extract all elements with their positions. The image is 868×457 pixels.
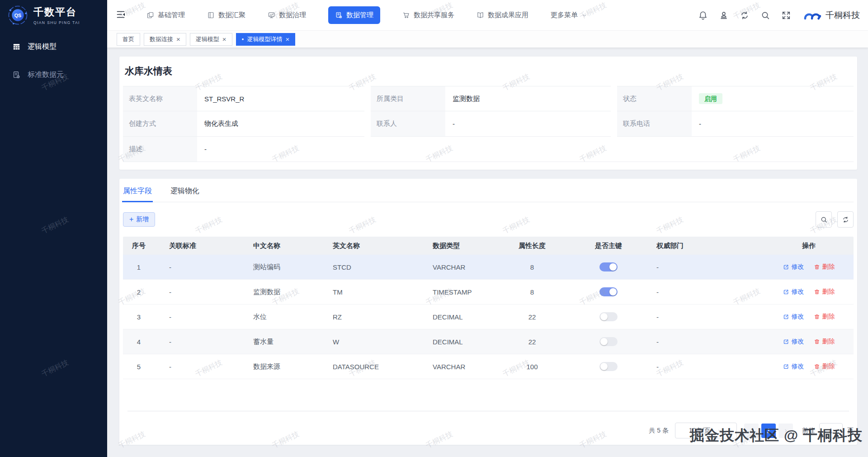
table-row[interactable]: 2-监测数据TMTIMESTAMP8-修改删除 [123,280,854,305]
nav-item-6[interactable]: 更多菜单 [551,11,588,19]
sidebar-menu: 逻辑模型标准数据元 [0,36,107,85]
delete-label: 删除 [822,338,835,346]
close-icon[interactable]: × [285,36,289,43]
table-refresh-button[interactable] [837,211,854,228]
nav-item-1[interactable]: 数据汇聚 [207,11,245,19]
goto-page-input[interactable] [819,423,843,438]
tab-label: 数据连接 [150,35,173,43]
nav-item-2[interactable]: 数据治理 [268,11,306,19]
delete-link[interactable]: 删除 [814,263,835,271]
table-search-button[interactable] [816,211,832,228]
cell-en-name: STCD [317,263,417,271]
sidebar-item-0[interactable]: 逻辑模型 [0,36,107,57]
bell-button[interactable] [698,10,708,20]
delete-label: 删除 [822,362,835,371]
refresh-button[interactable] [740,10,750,20]
brand[interactable]: QS 千数平台 QIAN SHU PING TAI [0,0,107,29]
close-icon[interactable]: × [222,36,226,43]
delete-link[interactable]: 删除 [814,288,835,296]
cell-data-type: VARCHAR [417,363,498,371]
divider [127,411,849,411]
table-row[interactable]: 1-测站编码STCDVARCHAR8-修改删除 [123,255,854,280]
brand-logo-icon: QS [7,5,28,26]
cell-length: 22 [498,338,566,346]
cell-data-type: VARCHAR [417,263,498,271]
primary-key-toggle[interactable] [599,312,618,321]
delete-link[interactable]: 删除 [814,338,835,346]
panel-tabs: 属性字段逻辑物化 [123,179,854,202]
field-gap [364,111,371,137]
tab-2[interactable]: 逻辑模型× [190,33,232,46]
cell-dept: - [651,313,764,321]
sidebar-item-label: 逻辑模型 [28,42,57,52]
primary-key-toggle[interactable] [599,287,618,296]
table-row[interactable]: 4-蓄水量WDECIMAL22-修改删除 [123,329,854,354]
nav-item-3[interactable]: 数据管理 [328,6,380,24]
edit-link[interactable]: 修改 [783,288,804,296]
total-count: 共 5 条 [649,427,669,435]
detail-fields: 表英文名称 ST_RSVR_R 所属类目 监测数据 状态 启用 创建方式 物化表… [123,86,854,162]
edit-icon [783,338,789,345]
bell-icon [698,10,708,20]
column-header: 权威部门 [651,242,764,250]
nav-item-5[interactable]: 数据成果应用 [476,11,528,19]
main-nav: 基础管理数据汇聚数据治理数据管理数据共享服务数据成果应用更多菜单 [146,6,588,24]
cell-actions: 修改删除 [764,288,854,296]
field-gap [611,86,617,111]
svg-text:QS: QS [14,12,22,18]
add-button[interactable]: + 新增 [123,212,155,227]
chevron-right-icon [783,428,789,434]
primary-key-toggle[interactable] [599,337,618,346]
delete-link[interactable]: 删除 [814,313,835,321]
cell-cn-name: 测站编码 [236,263,317,271]
nav-item-label: 更多菜单 [551,11,578,19]
next-page-button[interactable] [778,424,793,438]
primary-key-toggle[interactable] [599,262,618,271]
cell-en-name: W [317,338,417,346]
trash-icon [814,363,820,370]
user-button[interactable] [719,10,729,20]
column-header: 中文名称 [236,242,317,250]
column-header: 关联标准 [155,242,236,250]
nav-item-4[interactable]: 数据共享服务 [402,11,454,19]
tab-label: 逻辑模型 [196,35,219,43]
edit-icon [783,264,789,270]
prev-page-button[interactable] [744,424,759,438]
column-header: 操作 [764,242,854,250]
cell-actions: 修改删除 [764,362,854,371]
cell-no: 4 [123,338,155,346]
panel-tab-0[interactable]: 属性字段 [123,186,152,202]
edit-link[interactable]: 修改 [783,263,804,271]
sidebar-item-1[interactable]: 标准数据元 [0,64,107,85]
edit-link[interactable]: 修改 [783,362,804,371]
primary-key-toggle[interactable] [599,362,618,371]
chart-icon [268,11,275,19]
close-icon[interactable]: × [176,36,180,43]
delete-link[interactable]: 删除 [814,362,835,371]
field-label: 描述 [123,137,197,162]
plus-icon: + [129,216,133,223]
fields-table: 序号关联标准中文名称英文名称数据类型属性长度是否主键权威部门操作 1-测站编码S… [123,237,854,379]
expand-button[interactable] [781,10,791,20]
field-value: 启用 [692,86,854,111]
cell-primary-key [566,287,651,296]
panel-tab-1[interactable]: 逻辑物化 [170,186,199,202]
edit-link[interactable]: 修改 [783,313,804,321]
tab-0[interactable]: 首页 [117,33,140,46]
sidebar-collapse-button[interactable] [114,9,127,22]
field-value: - [197,137,854,162]
edit-icon [783,314,789,320]
tab-1[interactable]: 数据连接× [144,33,186,46]
edit-link[interactable]: 修改 [783,338,804,346]
current-page-button[interactable]: 1 [761,424,776,438]
cell-en-name: TM [317,288,417,296]
page-size-select[interactable]: 10条/页 [675,423,737,438]
tab-3[interactable]: ●逻辑模型详情× [236,33,296,46]
chevron-down-icon [717,428,723,433]
table-row[interactable]: 3-水位RZDECIMAL22-修改删除 [123,305,854,329]
search-button[interactable] [760,10,770,20]
page-unit-label: 页 [847,427,854,435]
field-label: 联系人 [371,111,445,137]
table-row[interactable]: 5-数据来源DATASOURCEVARCHAR100-修改删除 [123,354,854,379]
nav-item-0[interactable]: 基础管理 [146,11,185,19]
